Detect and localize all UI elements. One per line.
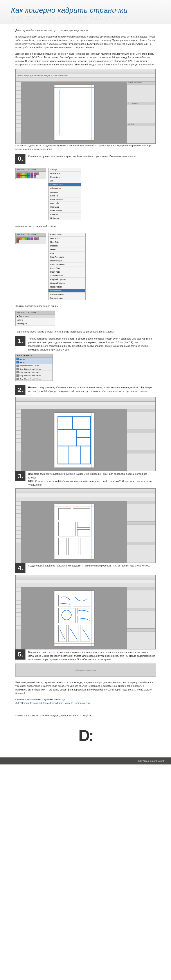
menu-item[interactable]: Character xyxy=(48,205,81,209)
actions-panel-2: HISTORY ACTIONS xyxy=(15,233,46,244)
tool-preset-item[interactable]: Crop 4 inch x 6 inch 300 ppi xyxy=(16,368,53,371)
outro-p2: Скачать пак с экшнами и тулзами можно ту… xyxy=(15,698,156,705)
tool-preset-item[interactable]: Crop 5 inch x 3 inch 300 ppi xyxy=(16,371,53,374)
menu-item[interactable]: Load Actions... xyxy=(48,289,85,293)
step-5: 5. В принципе для тех, кто дружит с path… xyxy=(15,649,156,661)
menu-item[interactable]: Play xyxy=(48,251,85,255)
tab-actions[interactable]: ACTIONS xyxy=(27,169,37,171)
menu-item[interactable]: Delete xyxy=(48,248,85,251)
menu-item[interactable]: Clone Source xyxy=(48,209,81,213)
menu-item[interactable]: Replace Actions... xyxy=(48,293,85,296)
menu-item[interactable]: Arrange xyxy=(48,168,81,172)
menu-item[interactable]: Brush F5 xyxy=(48,194,81,198)
screenshot-step3 xyxy=(15,488,156,563)
menu-item[interactable]: Reset Actions xyxy=(48,285,85,289)
actions-panel: HISTORY ACTIONS xyxy=(15,168,46,179)
menu-item[interactable]: New Action... xyxy=(48,237,85,240)
flyout-menu: Button ModeNew Action...New Set...Duplic… xyxy=(48,233,86,300)
separator: — xyxy=(15,708,156,711)
svg-point-0 xyxy=(62,610,71,620)
tab-history[interactable]: HISTORY xyxy=(17,169,26,171)
sketch-overlay xyxy=(54,591,94,646)
step0-after1: выбираем load и грузим мой файлик. xyxy=(15,224,156,228)
menu-item[interactable]: Color F6 xyxy=(48,213,81,216)
menu-item[interactable]: Channels xyxy=(48,202,81,205)
menu-item[interactable]: Action Options... xyxy=(48,274,85,278)
screenshot-template-psd: File Edit Image Layer Select Filter Anal… xyxy=(15,69,156,144)
page-title: Как кошерно кадрить странички xyxy=(11,6,160,14)
action-item[interactable]: create path xyxy=(16,322,55,326)
tool-preset-item[interactable]: line 0.3 xyxy=(16,361,53,364)
tool-presets-panel: TOOL PRESETS line 0.9line 0.3Magnetic La… xyxy=(15,353,53,381)
menu-item[interactable]: Insert Menu Item... xyxy=(48,263,85,266)
download-link[interactable]: (http://lemon5ky.net/res/tutorials/frame… xyxy=(15,702,89,704)
after-img1: Как же жить дальше? С созданными тулзами… xyxy=(15,144,156,151)
step-4: 4. Создаю новый слой под нарезанными кад… xyxy=(15,563,156,573)
step-number: 0. xyxy=(15,154,26,164)
intro-p2: В последнее время рисую странички с косм… xyxy=(15,35,156,49)
action-item[interactable]: ▸ frame_tools xyxy=(16,315,55,318)
content-area: Давно нужно было написать этот тутор, но… xyxy=(0,24,171,757)
step0-after3: Таким же макаром грузим и тулы, но уже в… xyxy=(15,330,156,334)
sad-face-area: D: xyxy=(15,720,156,751)
menu-item[interactable]: Animation xyxy=(48,190,81,194)
action-item[interactable]: cutting xyxy=(16,318,55,322)
title-reflection: Как кошерно кадрить странички xyxy=(11,14,160,22)
screenshot-step5: paths panel / options bar xyxy=(15,663,156,677)
loaded-actions-panel: HISTORY ACTIONS ▸ frame_tools cutting cr… xyxy=(15,310,55,326)
sad-face-icon: D: xyxy=(78,727,93,745)
menu-item[interactable]: Brush Presets xyxy=(48,198,81,202)
menu-item[interactable]: Insert Path xyxy=(48,270,85,274)
step-2: 2. Начинаю саму разметку. Сначала провож… xyxy=(15,385,156,395)
menu-item[interactable]: New Set... xyxy=(48,240,85,244)
tool-preset-item[interactable]: Magnetic Lasso 24 pixels xyxy=(16,364,53,368)
menu-item[interactable]: Workspace xyxy=(48,172,81,175)
action-buttons-grid xyxy=(16,172,42,179)
menu-item[interactable]: Actions Alt+F9 xyxy=(48,183,81,186)
intro-p1: Давно нужно было написать этот тутор, но… xyxy=(15,29,156,32)
outro-p1: Чем плох данный метод: страничка режется… xyxy=(15,681,156,695)
step0-after2: Должны появиться следующие экшны xyxy=(15,304,156,308)
menu-item[interactable]: Clear All Actions xyxy=(48,282,85,285)
footer-url: http://blog.lemon5ky.net/ xyxy=(138,760,165,762)
step-1: 1. Теперь когда всё готово, можно начина… xyxy=(15,336,156,352)
menu-item[interactable]: Histogram xyxy=(48,216,81,220)
menu-item[interactable]: Save Actions... xyxy=(48,296,85,300)
menu-item[interactable]: Duplicate xyxy=(48,244,85,248)
menu-item[interactable]: Extensions xyxy=(48,175,81,179)
menu-item[interactable]: Start Recording xyxy=(48,255,85,259)
window-menu: ArrangeWorkspaceExtensions3DActions Alt+… xyxy=(48,168,81,220)
tool-preset-item[interactable]: Crop 5 inch x 4 inch 300 ppi xyxy=(16,374,53,377)
tool-preset-item[interactable]: line 0.9 xyxy=(16,358,53,361)
page-header: Как кошерно кадрить странички Как кошерн… xyxy=(0,0,171,24)
menu-item[interactable]: Playback Options... xyxy=(48,278,85,282)
step-0: 0. Сначала загружаем мои экшны и тулы, ч… xyxy=(15,154,156,164)
menu-item[interactable]: 3D xyxy=(48,179,81,183)
menu-item[interactable]: Record Again... xyxy=(48,259,85,263)
tool-preset-item[interactable]: Crop 5 inch x 7 inch 300 ppi xyxy=(16,377,53,380)
step-3: 3. Нажимаю волшебную клавишу f5 (именно … xyxy=(15,471,156,487)
screenshot-step2 xyxy=(15,397,156,471)
menu-item[interactable]: Adjustments xyxy=(48,186,81,190)
outro-p3: К чему я всё это? Есть же мангастудия, р… xyxy=(15,714,156,718)
footer-bar: http://blog.lemon5ky.net/ xyxy=(0,757,171,764)
screenshot-step4 xyxy=(15,575,156,649)
intro-p3: Давним давно я создал фотошопный докумен… xyxy=(15,52,156,67)
menu-item[interactable]: Button Mode xyxy=(48,233,85,237)
menu-item[interactable]: Insert Stop... xyxy=(48,266,85,270)
